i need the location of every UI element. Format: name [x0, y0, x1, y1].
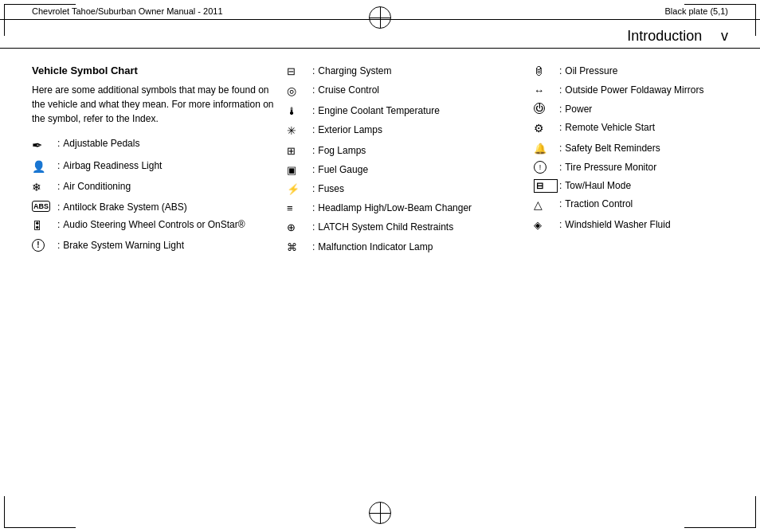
washer-fluid-icon: ◈	[534, 218, 558, 233]
list-item: 🔔 : Safety Belt Reminders	[534, 142, 749, 156]
registration-mark-bottom	[369, 502, 391, 524]
list-item: ❄ : Air Conditioning	[32, 180, 279, 196]
fog-lamps-icon: ⊞	[287, 144, 311, 158]
fuses-icon: ⚡	[287, 182, 311, 197]
list-item: ✒ : Adjustable Pedals	[32, 137, 279, 155]
list-item: ! : Brake System Warning Light	[32, 239, 279, 252]
list-item: ABS : Antilock Brake System (ABS)	[32, 201, 279, 214]
list-item: ⊟ : Charging System	[287, 65, 526, 79]
safety-belt-icon: 🔔	[534, 142, 558, 156]
brake-warning-icon: !	[32, 239, 56, 252]
corner-border-bottom-right	[684, 496, 756, 528]
list-item: ⚡ : Fuses	[287, 182, 526, 197]
list-item: ◈ : Windshield Washer Fluid	[534, 218, 749, 233]
charging-system-label: Charging System	[318, 65, 526, 78]
charging-system-icon: ⊟	[287, 65, 311, 79]
intro-text: Here are some additional symbols that ma…	[32, 83, 279, 126]
list-item: 🌡 : Engine Coolant Temperature	[287, 104, 526, 119]
list-item: ▣ : Fuel Gauge	[287, 163, 526, 178]
engine-coolant-icon: 🌡	[287, 104, 311, 119]
airbag-readiness-label: Airbag Readiness Light	[63, 159, 279, 173]
corner-border-top-right	[684, 4, 756, 36]
right-column: 🛢 : Oil Pressure ↔ : Outside Power Folda…	[526, 65, 749, 260]
fuel-gauge-icon: ▣	[287, 163, 311, 178]
steering-wheel-controls-icon: 🎛	[32, 218, 56, 234]
list-item: ⊕ : LATCH System Child Restraints	[287, 221, 526, 235]
traction-control-label: Traction Control	[565, 198, 749, 211]
cruise-control-icon: ◎	[287, 84, 311, 100]
oil-pressure-icon: 🛢	[534, 65, 558, 79]
left-column: Vehicle Symbol Chart Here are some addit…	[32, 65, 279, 260]
list-item: ↔ : Outside Power Foldaway Mirrors	[534, 84, 749, 98]
adjustable-pedals-icon: ✒	[32, 137, 56, 155]
list-item: 👤 : Airbag Readiness Light	[32, 159, 279, 175]
list-item: △ : Traction Control	[534, 198, 749, 213]
corner-border-bottom-left	[4, 496, 76, 528]
brake-warning-label: Brake System Warning Light	[63, 239, 279, 252]
mil-icon: ⌘	[287, 241, 311, 255]
tow-haul-icon: ⊟	[534, 179, 558, 193]
foldaway-mirrors-icon: ↔	[534, 84, 558, 98]
mil-label: Malfunction Indicator Lamp	[318, 241, 526, 254]
list-item: ≡ : Headlamp High/Low-Beam Changer	[287, 201, 526, 216]
airbag-readiness-icon: 👤	[32, 159, 56, 175]
list-item: 🛢 : Oil Pressure	[534, 65, 749, 79]
list-item: ! : Tire Pressure Monitor	[534, 161, 749, 174]
list-item: ◎ : Cruise Control	[287, 84, 526, 100]
headlamp-icon: ≡	[287, 201, 311, 216]
list-item: ⚙ : Remote Vehicle Start	[534, 121, 749, 137]
remote-start-icon: ⚙	[534, 121, 558, 137]
section-title: Vehicle Symbol Chart	[32, 65, 279, 76]
list-item: ⊞ : Fog Lamps	[287, 144, 526, 158]
power-icon: ⏻	[534, 103, 558, 114]
list-item: ✳ : Exterior Lamps	[287, 123, 526, 139]
traction-control-icon: △	[534, 198, 558, 213]
registration-mark-top	[369, 6, 391, 29]
list-item: ⌘ : Malfunction Indicator Lamp	[287, 241, 526, 255]
latch-icon: ⊕	[287, 221, 311, 235]
remote-start-label: Remote Vehicle Start	[565, 121, 749, 135]
list-item: 🎛 : Audio Steering Wheel Controls or OnS…	[32, 218, 279, 234]
abs-icon: ABS	[32, 201, 56, 213]
mid-column: ⊟ : Charging System ◎ : Cruise Control 🌡…	[279, 65, 526, 260]
air-conditioning-icon: ❄	[32, 180, 56, 196]
exterior-lamps-icon: ✳	[287, 123, 311, 139]
tire-pressure-icon: !	[534, 161, 558, 174]
engine-coolant-label: Engine Coolant Temperature	[318, 104, 526, 118]
content-area: Vehicle Symbol Chart Here are some addit…	[0, 49, 760, 276]
corner-border-top-left	[4, 4, 76, 36]
list-item: ⏻ : Power	[534, 103, 749, 116]
list-item: ⊟ : Tow/Haul Mode	[534, 179, 749, 193]
